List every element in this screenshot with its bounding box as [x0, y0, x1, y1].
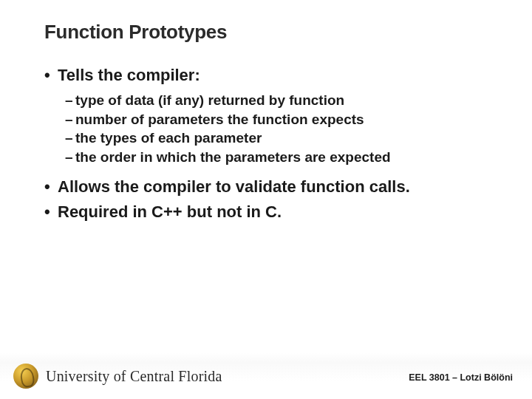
university-logo-block: University of Central Florida	[13, 364, 222, 389]
university-name: University of Central Florida	[46, 368, 222, 385]
ucf-seal-icon	[13, 364, 38, 389]
bullet-required-cpp: Required in C++ but not in C.	[44, 202, 488, 222]
sub-bullet: the types of each parameter	[65, 129, 488, 148]
course-label: EEL 3801 – Lotzi Bölöni	[409, 372, 513, 383]
footer: University of Central Florida EEL 3801 –…	[0, 353, 532, 399]
sub-list: type of data (if any) returned by functi…	[65, 91, 488, 167]
bullet-allows-validate: Allows the compiler to validate function…	[44, 177, 488, 197]
sub-bullet: type of data (if any) returned by functi…	[65, 91, 488, 110]
slide: Function Prototypes Tells the compiler: …	[0, 0, 532, 399]
sub-bullet: the order in which the parameters are ex…	[65, 148, 488, 167]
slide-content: Tells the compiler: type of data (if any…	[44, 66, 488, 222]
bullet-tells-compiler: Tells the compiler:	[44, 66, 488, 85]
sub-bullet: number of parameters the function expect…	[65, 110, 488, 129]
slide-title: Function Prototypes	[44, 21, 488, 44]
